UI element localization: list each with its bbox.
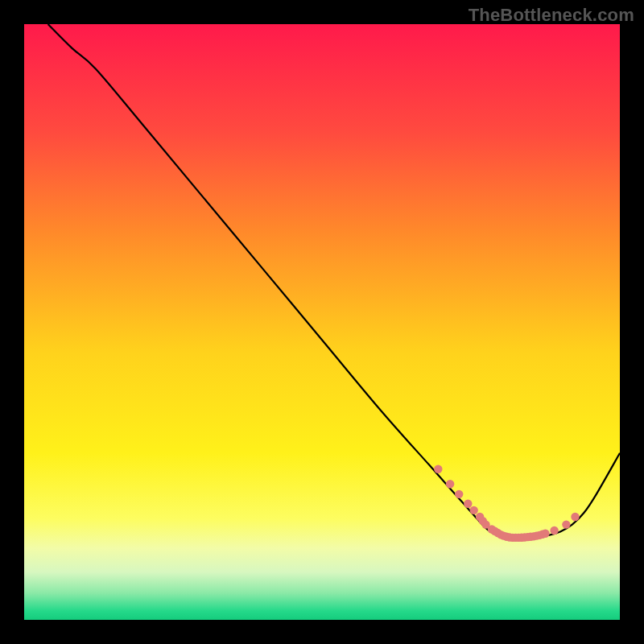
trough-marker [446,480,454,488]
trough-marker [571,513,579,521]
trough-marker [464,500,472,508]
bottleneck-chart [24,24,620,620]
gradient-background [24,24,620,620]
watermark-text: TheBottleneck.com [469,5,634,26]
trough-marker [455,490,463,498]
trough-marker [562,520,570,528]
trough-marker [550,526,558,535]
chart-frame: TheBottleneck.com [0,0,644,644]
trough-marker [434,465,442,473]
trough-marker [541,530,549,538]
trough-marker [470,506,478,514]
